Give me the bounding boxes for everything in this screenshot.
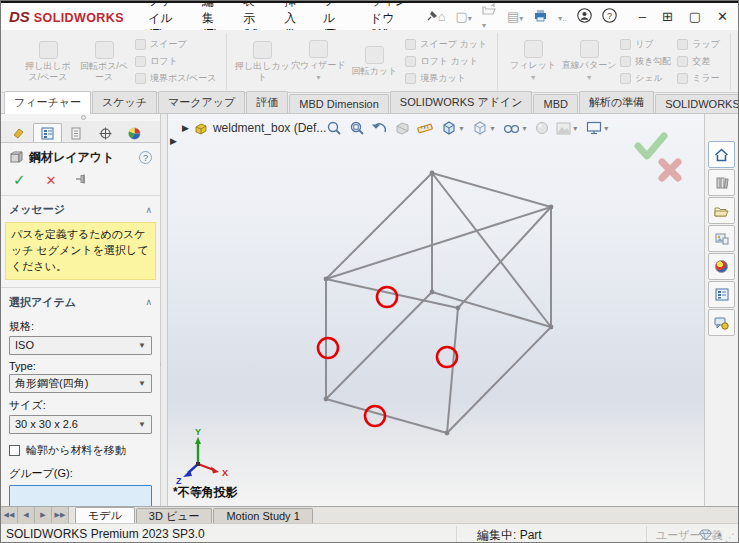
message-section-header[interactable]: メッセージ ∧ xyxy=(1,196,160,221)
keep-visible-pin-icon[interactable] xyxy=(76,174,88,186)
wrap-button[interactable]: ラップ xyxy=(677,38,720,51)
swept-cut-button[interactable]: スイープ カット xyxy=(405,38,487,51)
mirror-button[interactable]: ミラー xyxy=(677,72,720,85)
configurationmanager-icon xyxy=(70,127,83,140)
collapse-section-icon: ∧ xyxy=(145,297,152,307)
size-select[interactable]: 30 x 30 x 2.6 ▼ xyxy=(9,415,152,434)
selection-marker-1[interactable] xyxy=(377,287,397,307)
linear-pattern-button[interactable]: 直線パターン ▼ xyxy=(561,40,617,82)
boundary-cut-button[interactable]: 境界カット xyxy=(405,72,487,85)
draft-button[interactable]: 抜き勾配 xyxy=(620,55,671,68)
tab-features[interactable]: フィーチャー xyxy=(4,91,91,114)
open-document-icon[interactable]: ▾ xyxy=(482,3,497,30)
revolved-boss-icon xyxy=(95,41,114,59)
lofted-boss-button[interactable]: ロフト xyxy=(135,55,216,68)
swept-boss-button[interactable]: スイープ xyxy=(135,38,216,51)
taskpane-appearances-button[interactable] xyxy=(708,253,735,280)
tab-analysis-preparation[interactable]: 解析の準備 xyxy=(579,91,654,113)
button-label: 押し出しボス/ベース xyxy=(20,61,76,83)
taskpane-file-explorer-button[interactable] xyxy=(708,197,735,224)
revolved-cut-button[interactable]: 回転カット xyxy=(346,46,402,77)
configurationmanager-tab[interactable] xyxy=(62,123,91,142)
displaymanager-tab[interactable] xyxy=(120,123,149,142)
next-tab-button[interactable]: ▶ xyxy=(35,507,52,523)
menu-pin-icon[interactable] xyxy=(427,10,438,24)
tile-windows-button[interactable]: ⊞ xyxy=(662,9,673,24)
ok-button[interactable]: ✓ xyxy=(13,171,26,189)
unit-system-caret-icon[interactable]: ▲ xyxy=(716,530,723,537)
fillet-icon xyxy=(524,40,543,58)
print-options-icon[interactable]: ▾.. xyxy=(558,10,566,23)
selection-marker-4[interactable] xyxy=(365,406,385,426)
tab-mbd[interactable]: MBD xyxy=(533,94,577,113)
projection-mode-label: *不等角投影 xyxy=(173,484,238,501)
cancel-button[interactable]: ✕ xyxy=(46,173,57,188)
shell-button[interactable]: シェル xyxy=(620,72,671,85)
forum-icon xyxy=(714,316,729,330)
last-tab-button[interactable]: ▶▶ xyxy=(52,507,69,523)
featuremanager-tab[interactable] xyxy=(4,123,33,142)
tags-gem-icon[interactable] xyxy=(699,529,712,541)
panel-splitter-grip[interactable] xyxy=(81,115,86,120)
dimxpertmanager-tab[interactable] xyxy=(91,123,120,142)
tab-evaluate[interactable]: 評価 xyxy=(246,91,288,113)
3d-views-tab[interactable]: 3D ビュー xyxy=(136,508,213,523)
save-icon[interactable]: ▤▾ xyxy=(507,10,523,23)
extruded-cut-button[interactable]: 押し出しカット xyxy=(234,41,290,83)
intersect-button[interactable]: 交差 xyxy=(677,55,720,68)
statusbar-divider xyxy=(646,526,647,542)
type-select[interactable]: 角形鋼管(四角) ▼ xyxy=(9,374,152,393)
model-tab[interactable]: モデル xyxy=(75,507,135,523)
transfer-material-checkbox[interactable] xyxy=(9,445,20,456)
transfer-material-checkbox-row: 輪郭から材料を移動 xyxy=(1,434,160,461)
graphics-viewport[interactable]: ▶ ▶ weldment_box (Def... xyxy=(168,114,704,506)
tab-plastics[interactable]: SOLIDWORKS Plastics xyxy=(655,94,739,113)
rib-button[interactable]: リブ xyxy=(620,38,671,51)
taskpane-design-library-button[interactable] xyxy=(708,169,735,196)
structural-member-icon xyxy=(9,151,23,165)
size-label: サイズ: xyxy=(1,393,160,415)
ribbon-group-boss: 押し出しボス/ベース 回転ボス/ベース スイープ ロフト 境界ボス/ベース xyxy=(13,33,227,90)
user-account-icon[interactable] xyxy=(577,8,592,25)
lofted-cut-icon xyxy=(405,56,416,67)
help-icon[interactable]: ? xyxy=(602,8,617,25)
tab-sketch[interactable]: スケッチ xyxy=(92,91,157,113)
panel-splitter[interactable] xyxy=(161,114,168,506)
unit-system-label[interactable]: ユーザー定義 xyxy=(656,528,723,543)
resize-grip[interactable]: ⋰ xyxy=(725,532,736,543)
tab-mbd-dimension[interactable]: MBD Dimension xyxy=(289,94,388,113)
extruded-boss-button[interactable]: 押し出しボス/ベース xyxy=(20,41,76,83)
home-icon[interactable]: ⌂ xyxy=(438,10,446,23)
tab-addins[interactable]: SOLIDWORKS アドイン xyxy=(390,91,533,113)
dropdown-arrow-icon: ▼ xyxy=(586,74,593,82)
editing-status-label: 編集中: Part xyxy=(477,527,542,543)
first-tab-button[interactable]: ◀◀ xyxy=(1,507,18,523)
maximize-button[interactable]: ▢ xyxy=(689,9,701,24)
propertymanager-icon xyxy=(41,127,54,140)
product-version-label: SOLIDWORKS Premium 2023 SP3.0 xyxy=(6,527,205,541)
hole-wizard-button[interactable]: 穴ウィザード ▼ xyxy=(290,40,346,82)
print-icon[interactable] xyxy=(533,9,548,24)
selections-section-header[interactable]: 選択アイテム ∧ xyxy=(1,289,160,314)
prev-tab-button[interactable]: ◀ xyxy=(18,507,35,523)
taskpane-forum-button[interactable] xyxy=(708,309,735,336)
minimize-button[interactable]: – xyxy=(639,9,646,24)
lofted-cut-button[interactable]: ロフト カット xyxy=(405,55,487,68)
tab-markup[interactable]: マークアップ xyxy=(158,91,245,113)
taskpane-home-button[interactable] xyxy=(708,141,735,168)
close-button[interactable]: ✕ xyxy=(717,9,728,24)
boundary-boss-button[interactable]: 境界ボス/ベース xyxy=(135,72,216,85)
fillet-button[interactable]: フィレット ▼ xyxy=(505,40,561,82)
propertymanager-tab[interactable] xyxy=(33,123,62,142)
revolved-boss-button[interactable]: 回転ボス/ベース xyxy=(76,41,132,83)
pm-help-icon[interactable]: ? xyxy=(139,151,152,164)
document-tabs-bar: ◀◀ ◀ ▶ ▶▶ モデル 3D ビュー Motion Study 1 xyxy=(1,506,738,523)
selection-marker-2[interactable] xyxy=(318,338,338,358)
taskpane-view-palette-button[interactable] xyxy=(708,225,735,252)
standard-select[interactable]: ISO ▼ xyxy=(9,336,152,355)
taskpane-custom-properties-button[interactable] xyxy=(708,281,735,308)
new-document-icon[interactable]: ▢▾ xyxy=(456,10,472,23)
motion-study-tab[interactable]: Motion Study 1 xyxy=(213,508,312,523)
model-wireframe[interactable]: Y X Z xyxy=(168,114,704,506)
type-label: Type: xyxy=(1,355,160,374)
